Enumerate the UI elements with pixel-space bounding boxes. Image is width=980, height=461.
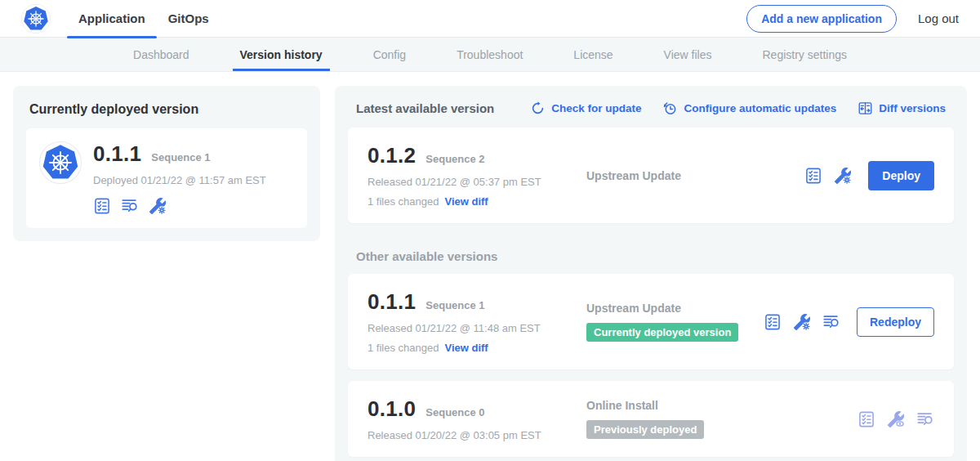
previously-deployed-badge: Previously deployed [586,420,704,439]
version-sequence: Sequence 0 [425,406,484,418]
subnav-tab-label: Troubleshoot [457,48,523,61]
deployed-version-info: 0.1.1 Sequence 1 Deployed 01/21/22 @ 11:… [93,141,266,215]
configure-automatic-updates-link[interactable]: Configure automatic updates [662,101,836,116]
action-label: Diff versions [879,102,946,114]
deployed-timestamp: Deployed 01/21/22 @ 11:57 am EST [93,174,266,186]
preflight-checks-icon[interactable] [93,197,111,215]
currently-deployed-badge: Currently deployed version [586,323,738,342]
header-tab-application[interactable]: Application [67,0,157,38]
app-kubernetes-logo-icon [39,141,82,184]
version-card-0-1-2: 0.1.2 Sequence 2 Released 01/21/22 @ 05:… [348,128,954,223]
source-label: Upstream Update [586,302,764,315]
preflight-checks-icon[interactable] [764,313,782,331]
header-tab-label: Application [78,11,145,25]
version-source: Online Install Previously deployed [573,399,858,439]
action-label: Check for update [551,102,641,114]
version-info: 0.1.0 Sequence 0 Released 01/20/22 @ 03:… [368,396,573,441]
subnav-tab-license[interactable]: License [566,38,620,71]
files-changed-label: 1 files changed [368,195,439,208]
subnav-tab-config[interactable]: Config [366,38,413,71]
deployed-version-number: 0.1.1 [93,141,141,167]
diff-versions-link[interactable]: Diff versions [858,101,946,116]
view-config-icon[interactable] [887,410,905,428]
latest-available-title: Latest available version [356,101,494,115]
other-versions-title: Other available versions [356,249,946,263]
subnav-tab-label: Dashboard [133,48,189,61]
edit-config-icon[interactable] [149,197,167,215]
version-sequence: Sequence 1 [425,299,484,311]
files-changed-label: 1 files changed [368,342,439,354]
deploy-logs-icon[interactable] [916,410,934,428]
edit-config-icon[interactable] [793,313,811,331]
available-panel-header: Latest available version Check for updat… [348,99,954,128]
version-info: 0.1.1 Sequence 1 Released 01/21/22 @ 11:… [368,289,573,354]
deployed-sequence: Sequence 1 [151,151,210,163]
source-label: Online Install [586,399,858,412]
subnav-tab-label: View files [664,48,712,61]
deployed-panel-title: Currently deployed version [29,102,304,117]
redeploy-button[interactable]: Redeploy [857,307,934,337]
deploy-logs-icon[interactable] [121,197,139,215]
released-timestamp: Released 01/21/22 @ 05:37 pm EST [368,176,573,188]
subnav-tab-dashboard[interactable]: Dashboard [126,38,197,71]
subnav-tab-label: Config [373,48,406,61]
logout-button[interactable]: Log out [918,11,959,25]
action-label: Configure automatic updates [684,102,836,114]
currently-deployed-panel: Currently deployed version 0.1.1 Sequenc… [13,86,320,241]
check-for-update-link[interactable]: Check for update [530,101,641,116]
top-header: Application GitOps Add a new application… [0,0,980,38]
subnav-tab-version-history[interactable]: Version history [233,38,330,71]
panel-actions: Check for update Configure automatic upd… [530,101,946,116]
version-number: 0.1.2 [368,143,416,168]
version-info: 0.1.2 Sequence 2 Released 01/21/22 @ 05:… [368,143,573,208]
subnav-tab-troubleshoot[interactable]: Troubleshoot [449,38,530,71]
version-sequence: Sequence 2 [425,153,484,165]
version-source: Upstream Update Currently deployed versi… [573,302,764,342]
version-actions: Redeploy [764,307,934,337]
subnav-tab-label: License [573,48,612,61]
version-actions: Deploy [804,161,934,190]
deploy-logs-icon[interactable] [822,313,840,331]
preflight-checks-icon[interactable] [804,167,822,185]
version-actions [858,410,934,428]
add-application-button[interactable]: Add a new application [746,5,897,33]
header-tab-label: GitOps [168,11,209,25]
version-source: Upstream Update [573,169,804,182]
app-subnav: Dashboard Version history Config Trouble… [0,38,980,72]
view-diff-link[interactable]: View diff [444,342,488,354]
kubernetes-logo-icon [21,4,51,34]
header-tab-gitops[interactable]: GitOps [157,0,220,38]
released-timestamp: Released 01/21/22 @ 11:48 am EST [368,322,573,334]
released-timestamp: Released 01/20/22 @ 03:05 pm EST [368,429,573,441]
source-label: Upstream Update [586,169,804,182]
version-number: 0.1.0 [368,396,416,422]
view-diff-link[interactable]: View diff [444,195,488,208]
diff-versions-icon [858,101,873,116]
subnav-tab-label: Registry settings [763,48,847,61]
edit-config-icon[interactable] [834,167,852,185]
refresh-icon [530,101,546,116]
subnav-tab-view-files[interactable]: View files [657,38,719,71]
version-number: 0.1.1 [368,289,416,315]
available-versions-panel: Latest available version Check for updat… [335,86,967,461]
schedule-update-icon [662,101,678,116]
preflight-checks-icon[interactable] [858,410,875,428]
main-content: Currently deployed version 0.1.1 Sequenc… [0,72,980,461]
version-card-0-1-0: 0.1.0 Sequence 0 Released 01/20/22 @ 03:… [348,381,954,457]
deploy-button[interactable]: Deploy [868,161,934,190]
deployed-version-card: 0.1.1 Sequence 1 Deployed 01/21/22 @ 11:… [26,128,307,228]
subnav-tab-label: Version history [240,48,323,61]
version-card-0-1-1: 0.1.1 Sequence 1 Released 01/21/22 @ 11:… [348,274,954,369]
subnav-tab-registry-settings[interactable]: Registry settings [755,38,854,71]
